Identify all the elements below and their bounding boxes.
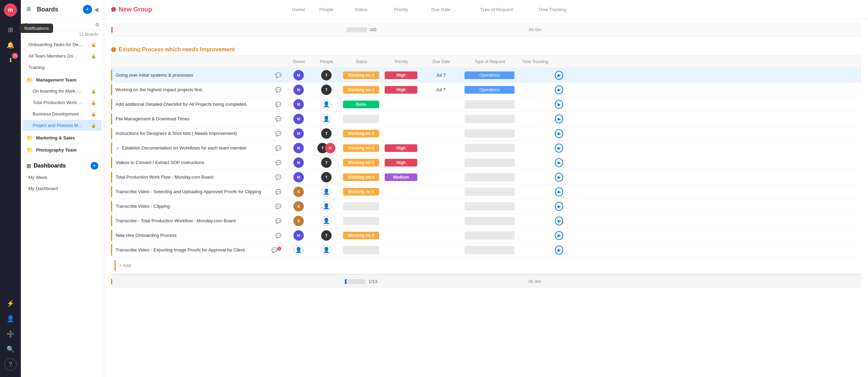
task-row[interactable]: Total Production Work Flow - Monday.com … [111, 170, 861, 185]
play-button[interactable]: ▶ [555, 114, 563, 123]
priority-badge[interactable]: High [385, 144, 417, 152]
app-logo[interactable]: m [4, 3, 17, 17]
task-row[interactable]: Going over initial systems & processes 💬… [111, 68, 861, 83]
nav-item-all-team[interactable]: All Team Members On... 🔒 [23, 51, 102, 61]
sidebar-toggle-icon[interactable]: ⊞ [4, 24, 17, 36]
chat-icon[interactable]: 💬 [275, 131, 281, 136]
section-management-team[interactable]: 📁 Management Team [21, 73, 104, 85]
task-row[interactable]: Transcribe Video - Clipping 💬 S 👤 ▶ [111, 199, 861, 214]
nav-item-my-week[interactable]: My Week [23, 172, 102, 183]
chat-icon[interactable]: 💬 [275, 145, 281, 151]
play-cell[interactable]: ▶ [552, 69, 566, 81]
task-row[interactable]: File Management & Download Times 💬 M 👤 ▶ [111, 112, 861, 126]
type-badge[interactable]: Operations [465, 71, 515, 79]
play-button[interactable]: ▶ [555, 216, 563, 225]
dashboards-section: ⊞ Dashboards + My Week My Dashboard [21, 155, 104, 194]
section-marketing-sales[interactable]: 📁 Marketing & Sales [21, 131, 104, 143]
status-badge[interactable]: Working on it [343, 232, 379, 239]
play-button[interactable]: ▶ [555, 246, 563, 255]
status-badge[interactable]: Working on it [343, 86, 379, 94]
add-task-row[interactable]: + Add [111, 257, 861, 274]
chat-icon[interactable]: 💬 [275, 116, 281, 122]
add-dashboard-button[interactable]: + [91, 162, 98, 170]
task-row[interactable]: Transcribe Video - Exporting Image Proof… [111, 243, 861, 257]
status-badge[interactable]: Working on it [343, 130, 379, 137]
status-cell: Working on it [340, 172, 382, 182]
play-button[interactable]: ▶ [555, 231, 563, 240]
play-cell[interactable]: ▶ [552, 84, 566, 96]
task-row[interactable]: Transcribe - Total Production Workflow -… [111, 214, 861, 228]
nav-item-training[interactable]: Training [23, 62, 102, 73]
play-cell[interactable]: ▶ [552, 113, 566, 125]
chat-icon[interactable]: 💬 [275, 218, 281, 224]
chat-icon[interactable]: 💬 [275, 160, 281, 165]
add-task-label[interactable]: + Add [115, 260, 288, 271]
chat-icon[interactable]: 💬 [275, 102, 281, 107]
chat-icon[interactable]: 💬 [275, 72, 281, 78]
play-button[interactable]: ▶ [555, 187, 563, 196]
notifications-icon[interactable]: 🔔 [4, 39, 17, 51]
status-badge[interactable]: Working on it [343, 144, 379, 152]
task-row[interactable]: New Hire Onboarding Process 💬 M T Workin… [111, 228, 861, 243]
chat-icon[interactable]: 💬 [275, 189, 281, 195]
type-badge-empty [465, 129, 515, 138]
play-button[interactable]: ▶ [555, 71, 563, 80]
nav-item-onboarding-mark[interactable]: On boarding for Mark -... 🔒 [23, 86, 102, 96]
chat-icon[interactable]: 💬1 [272, 247, 281, 253]
priority-badge[interactable]: High [385, 159, 417, 166]
type-badge[interactable]: Operations [465, 86, 515, 94]
play-cell[interactable]: ▶ [552, 230, 566, 241]
priority-badge[interactable]: Medium [385, 173, 417, 181]
nav-item-total-production[interactable]: Total Production Work ... 🔒 [23, 97, 102, 108]
play-cell[interactable]: ▶ [552, 142, 566, 154]
flash-icon[interactable]: ⚡ [4, 297, 17, 310]
chat-icon[interactable]: 💬 [275, 174, 281, 180]
status-badge[interactable]: Working on it [343, 159, 379, 166]
play-button[interactable]: ▶ [555, 202, 563, 211]
play-cell[interactable]: ▶ [552, 244, 566, 256]
task-row[interactable]: Instructions for Designers & Shot lists … [111, 126, 861, 141]
play-cell[interactable]: ▶ [552, 171, 566, 183]
status-badge[interactable]: Done [343, 101, 379, 108]
nav-item-onboarding[interactable]: Onboarding Tasks for De... 🔒 [23, 39, 102, 50]
filter-icon[interactable]: ⚙ [95, 22, 100, 27]
task-row[interactable]: Add additional Detailed Checklist for Al… [111, 97, 861, 112]
play-cell[interactable]: ▶ [552, 200, 566, 212]
task-row[interactable]: Transcribe Video - Selecting and Uploadi… [111, 185, 861, 199]
nav-item-my-dashboard[interactable]: My Dashboard [23, 183, 102, 194]
play-button[interactable]: ▶ [555, 129, 563, 138]
add-board-button[interactable]: + [83, 5, 92, 14]
play-button[interactable]: ▶ [555, 100, 563, 109]
play-button[interactable]: ▶ [555, 158, 563, 167]
status-badge[interactable]: Working on it [343, 173, 379, 181]
play-cell[interactable]: ▶ [552, 128, 566, 139]
chat-icon[interactable]: 💬 [275, 204, 281, 209]
add-person-icon[interactable]: ➕ [4, 328, 17, 340]
status-badge[interactable]: Working on it [343, 188, 379, 196]
people-icon[interactable]: 👤 [4, 312, 17, 325]
chat-icon[interactable]: 💬 [275, 233, 281, 238]
priority-badge[interactable]: High [385, 86, 417, 94]
search-icon[interactable]: 🔍 [4, 343, 17, 355]
section-photography-team[interactable]: 📁 Photography Team [21, 143, 104, 155]
nav-item-business-dev[interactable]: Business Development 🔒 [23, 109, 102, 119]
play-button[interactable]: ▶ [555, 85, 563, 94]
play-button[interactable]: ▶ [555, 173, 563, 182]
play-button[interactable]: ▶ [555, 144, 563, 153]
priority-badge[interactable]: High [385, 71, 417, 79]
collapse-nav-button[interactable]: ◀ [94, 6, 98, 13]
play-cell[interactable]: ▶ [552, 98, 566, 110]
question-icon[interactable]: ? [4, 358, 17, 371]
task-name: Establish Documentation on Workflows for… [122, 145, 273, 151]
task-row[interactable]: Videos to Convert / Extract SOP Instruct… [111, 155, 861, 170]
nav-item-project-process[interactable]: Project and Process M... 🔒 [23, 120, 102, 131]
col-due-date: Due Date [420, 7, 462, 12]
task-row[interactable]: Working on the highest impact projects f… [111, 83, 861, 97]
play-cell[interactable]: ▶ [552, 186, 566, 198]
inbox-icon[interactable]: ⬇ 25 [4, 54, 17, 67]
play-cell[interactable]: ▶ [552, 215, 566, 227]
status-badge[interactable]: Working on it [343, 71, 379, 79]
play-cell[interactable]: ▶ [552, 157, 566, 169]
task-row[interactable]: ✓ Establish Documentation on Workflows f… [111, 141, 861, 155]
chat-icon[interactable]: 💬 [275, 87, 281, 93]
